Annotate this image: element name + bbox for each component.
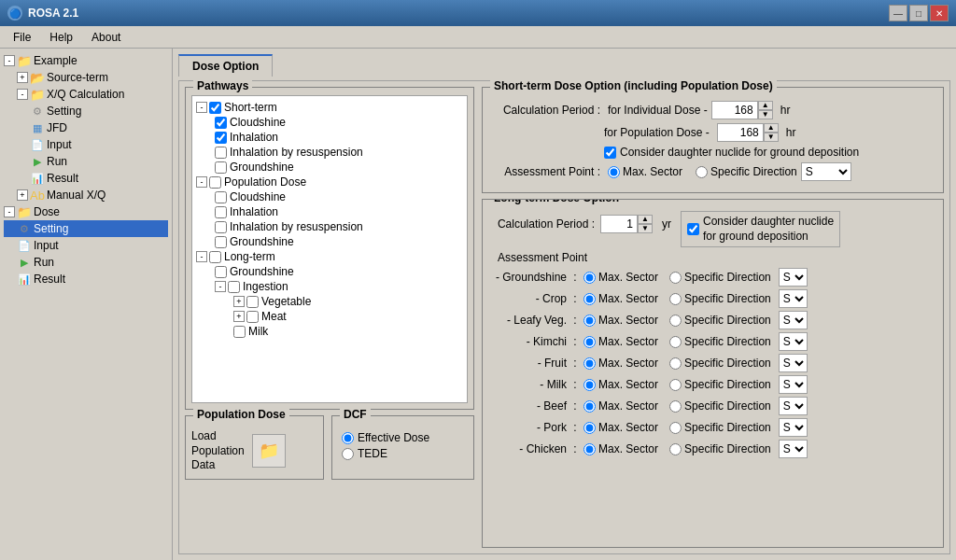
lt-dir-leafy[interactable]: S xyxy=(779,311,808,329)
individual-dose-input[interactable] xyxy=(711,101,758,119)
population-dose-down[interactable]: ▼ xyxy=(764,133,779,142)
expand-xq[interactable]: - xyxy=(17,89,28,100)
lt-dir-chicken[interactable]: S xyxy=(779,440,808,458)
radio-lt-max-leafy[interactable] xyxy=(583,315,596,327)
expand-manual[interactable]: + xyxy=(17,189,28,201)
check-inhalation2[interactable] xyxy=(215,206,227,218)
sidebar-item-result2[interactable]: 📊 Result xyxy=(4,271,168,287)
check-ingestion[interactable] xyxy=(228,281,240,293)
radio-lt-spec-kimchi[interactable] xyxy=(669,336,682,348)
expand-short-term[interactable]: - xyxy=(196,102,207,113)
lt-max-kimchi[interactable]: Max. Sector xyxy=(583,335,658,348)
check-long-term[interactable] xyxy=(209,251,221,263)
expand-example[interactable]: - xyxy=(4,55,15,66)
expand-meat[interactable]: + xyxy=(233,311,245,322)
check-cloudshine1[interactable] xyxy=(215,117,227,129)
lt-calc-spinner[interactable]: ▲ ▼ xyxy=(638,215,653,233)
radio-lt-max-milk[interactable] xyxy=(583,379,596,391)
lt-max-fruit[interactable]: Max. Sector xyxy=(583,357,658,370)
radio-lt-spec-fruit[interactable] xyxy=(669,357,682,370)
lt-dir-gs[interactable]: S xyxy=(779,268,808,287)
lt-dir-milk[interactable]: S xyxy=(779,375,808,394)
sidebar-item-dose[interactable]: - 📁 Dose xyxy=(4,203,168,220)
lt-spec-fruit[interactable]: Specific Direction xyxy=(669,357,771,370)
check-milk[interactable] xyxy=(233,326,246,338)
expand-source-term[interactable]: + xyxy=(17,72,28,83)
check-inhal-resus1[interactable] xyxy=(215,147,227,159)
check-groundshine1[interactable] xyxy=(215,161,227,174)
check-vegetable[interactable] xyxy=(246,296,259,308)
radio-lt-max-kimchi[interactable] xyxy=(583,336,596,348)
lt-dir-pork[interactable]: S xyxy=(779,418,808,437)
radio-lt-max-beef[interactable] xyxy=(583,400,596,413)
lt-spec-milk[interactable]: Specific Direction xyxy=(669,378,771,391)
radio-max-sector[interactable] xyxy=(608,166,620,178)
check-pop-dose[interactable] xyxy=(209,176,221,189)
lt-max-beef[interactable]: Max. Sector xyxy=(583,399,658,413)
lt-max-crop[interactable]: Max. Sector xyxy=(583,292,658,305)
lt-dir-kimchi[interactable]: S xyxy=(779,332,808,351)
lt-spec-leafy[interactable]: Specific Direction xyxy=(669,314,771,327)
check-meat[interactable] xyxy=(246,311,259,323)
radio-lt-spec-gs[interactable] xyxy=(669,272,682,284)
minimize-button[interactable]: — xyxy=(889,5,907,21)
tab-dose-option[interactable]: Dose Option xyxy=(178,54,273,77)
check-groundshine3[interactable] xyxy=(215,266,227,278)
radio-lt-max-pork[interactable] xyxy=(583,422,596,434)
lt-daughter-check[interactable] xyxy=(687,223,699,235)
radio-tede[interactable] xyxy=(342,448,354,460)
individual-dose-down[interactable]: ▼ xyxy=(758,110,773,119)
sidebar-item-manual-xq[interactable]: + Ab Manual X/Q xyxy=(4,187,168,203)
lt-max-chicken[interactable]: Max. Sector xyxy=(583,442,658,455)
lt-spec-pork[interactable]: Specific Direction xyxy=(669,421,771,434)
radio-specific-dir[interactable] xyxy=(696,166,708,178)
lt-max-leafy[interactable]: Max. Sector xyxy=(583,314,658,327)
radio-lt-spec-crop[interactable] xyxy=(669,293,682,305)
lt-calc-input[interactable] xyxy=(600,215,638,233)
lt-max-pork[interactable]: Max. Sector xyxy=(583,421,658,434)
sidebar-item-run2[interactable]: ▶ Run xyxy=(4,254,168,271)
menu-help[interactable]: Help xyxy=(40,29,82,46)
radio-lt-max-chicken[interactable] xyxy=(583,443,596,455)
lt-dir-beef[interactable]: S xyxy=(779,397,808,415)
lt-spec-gs[interactable]: Specific Direction xyxy=(669,271,771,284)
expand-ingestion[interactable]: - xyxy=(215,281,226,292)
maximize-button[interactable]: □ xyxy=(909,5,928,21)
sidebar-item-setting1[interactable]: ⚙ Setting xyxy=(4,103,168,119)
lt-calc-up[interactable]: ▲ xyxy=(638,215,653,224)
check-inhalation1[interactable] xyxy=(215,132,227,144)
check-cloudshine2[interactable] xyxy=(215,191,227,203)
lt-max-gs[interactable]: Max. Sector xyxy=(583,271,658,284)
population-dose-up[interactable]: ▲ xyxy=(764,123,779,133)
sidebar-item-result1[interactable]: 📊 Result xyxy=(4,170,168,187)
daughter-check[interactable] xyxy=(604,147,616,159)
lt-max-milk[interactable]: Max. Sector xyxy=(583,378,658,391)
radio-effective-dose[interactable] xyxy=(342,432,354,444)
menu-file[interactable]: File xyxy=(4,29,40,46)
sidebar-item-source-term[interactable]: + 📂 Source-term xyxy=(4,69,168,86)
sidebar-item-jfd[interactable]: ▦ JFD xyxy=(4,119,168,136)
check-groundshine2[interactable] xyxy=(215,236,227,248)
lt-dir-fruit[interactable]: S xyxy=(779,354,808,372)
expand-vegetable[interactable]: + xyxy=(233,296,245,307)
sidebar-item-setting2[interactable]: ⚙ Setting xyxy=(4,220,168,237)
expand-pop-dose[interactable]: - xyxy=(196,176,207,188)
lt-spec-kimchi[interactable]: Specific Direction xyxy=(669,335,771,348)
radio-lt-spec-leafy[interactable] xyxy=(669,315,682,327)
population-dose-input[interactable] xyxy=(717,123,764,142)
check-short-term[interactable] xyxy=(209,102,221,114)
radio-lt-spec-pork[interactable] xyxy=(669,422,682,434)
individual-dose-up[interactable]: ▲ xyxy=(758,101,773,110)
sidebar-item-run1[interactable]: ▶ Run xyxy=(4,153,168,170)
menu-about[interactable]: About xyxy=(82,29,130,46)
lt-spec-beef[interactable]: Specific Direction xyxy=(669,399,771,413)
radio-lt-max-crop[interactable] xyxy=(583,293,596,305)
radio-lt-max-fruit[interactable] xyxy=(583,357,596,370)
individual-dose-spinner[interactable]: ▲ ▼ xyxy=(758,101,773,119)
expand-dose[interactable]: - xyxy=(4,206,15,217)
specific-dir-option[interactable]: Specific Direction xyxy=(696,165,797,178)
radio-lt-spec-chicken[interactable] xyxy=(669,443,682,455)
sidebar-item-example[interactable]: - 📁 Example xyxy=(4,52,168,69)
radio-lt-max-gs[interactable] xyxy=(583,272,596,284)
sidebar-item-input2[interactable]: 📄 Input xyxy=(4,237,168,254)
